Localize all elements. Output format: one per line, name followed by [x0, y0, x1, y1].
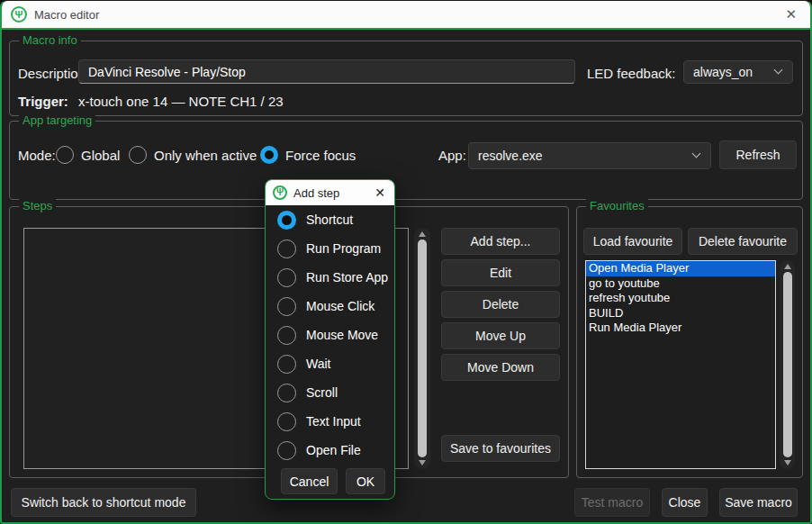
- led-feedback-select[interactable]: always_on: [683, 60, 793, 84]
- led-feedback-label: LED feedback:: [587, 66, 675, 81]
- switch-shortcut-mode-button[interactable]: Switch back to shortcut mode: [11, 488, 196, 517]
- add-step-dialog-title-bar: Ψ Add step ✕: [266, 180, 394, 205]
- app-select-value: resolve.exe: [478, 149, 543, 163]
- chevron-down-icon: [692, 149, 701, 158]
- macro-info-legend: Macro info: [19, 33, 81, 47]
- favourite-item[interactable]: BUILD: [586, 306, 775, 321]
- window-content: Macro info Description: LED feedback: al…: [2, 30, 810, 522]
- radio-scroll[interactable]: [277, 384, 296, 402]
- dialog-button-row: Cancel OK: [266, 465, 394, 494]
- test-macro-button: Test macro: [574, 488, 650, 517]
- radio-mouse-click[interactable]: [277, 297, 296, 316]
- scroll-up-icon[interactable]: [419, 231, 426, 237]
- option-mouse-move-label[interactable]: Mouse Move: [306, 328, 378, 342]
- option-run-program-label[interactable]: Run Program: [306, 241, 381, 256]
- option-scroll[interactable]: Scroll: [266, 378, 394, 407]
- window-close-icon[interactable]: ✕: [771, 6, 810, 23]
- option-run-program[interactable]: Run Program: [266, 234, 394, 263]
- description-input[interactable]: [78, 59, 575, 84]
- favourites-legend: Favourites: [586, 199, 648, 212]
- favourite-item[interactable]: refresh youtube: [586, 291, 775, 306]
- scroll-down-icon[interactable]: [784, 460, 791, 465]
- edit-step-button[interactable]: Edit: [441, 259, 560, 286]
- option-mouse-click[interactable]: Mouse Click: [266, 292, 394, 321]
- option-run-store-app-label[interactable]: Run Store App: [306, 270, 388, 285]
- option-run-store-app[interactable]: Run Store App: [266, 263, 394, 292]
- move-down-button[interactable]: Move Down: [441, 354, 560, 381]
- favourite-item[interactable]: Open Media Player: [586, 261, 775, 276]
- option-wait-label[interactable]: Wait: [306, 357, 330, 371]
- option-scroll-label[interactable]: Scroll: [306, 385, 338, 400]
- dialog-close-icon[interactable]: ✕: [374, 185, 385, 200]
- macro-editor-window: Ψ Macro editor ✕ Macro info Description:…: [0, 0, 812, 524]
- option-wait[interactable]: Wait: [266, 349, 394, 378]
- favourites-list[interactable]: Open Media Player go to youtube refresh …: [585, 260, 776, 469]
- radio-mouse-move[interactable]: [277, 326, 296, 345]
- favourite-item[interactable]: Run Media Player: [586, 321, 775, 336]
- title-bar: Ψ Macro editor ✕: [2, 1, 810, 30]
- scroll-up-icon[interactable]: [784, 264, 791, 269]
- led-feedback-value: always_on: [693, 65, 753, 79]
- add-step-dialog-title: Add step: [293, 186, 339, 200]
- scroll-down-icon[interactable]: [419, 460, 426, 465]
- trigger-value: x-touch one 14 — NOTE CH1 / 23: [78, 94, 284, 109]
- delete-favourite-button[interactable]: Delete favourite: [688, 228, 798, 255]
- move-up-button[interactable]: Move Up: [441, 322, 560, 349]
- ok-button[interactable]: OK: [346, 468, 385, 494]
- steps-legend: Steps: [19, 199, 56, 212]
- favourites-scrollbar[interactable]: [780, 260, 795, 469]
- radio-run-store-app[interactable]: [277, 268, 296, 287]
- save-to-favourites-button[interactable]: Save to favourites: [441, 435, 560, 462]
- app-targeting-legend: App targeting: [19, 113, 95, 127]
- trigger-label: Trigger:: [18, 94, 68, 109]
- steps-scrollbar[interactable]: [414, 228, 430, 469]
- radio-force-focus-label[interactable]: Force focus: [285, 148, 356, 163]
- option-text-input[interactable]: Text Input: [266, 407, 394, 436]
- load-favourite-button[interactable]: Load favourite: [583, 228, 682, 255]
- option-text-input-label[interactable]: Text Input: [306, 414, 361, 429]
- add-step-dialog: Ψ Add step ✕ Shortcut Run Program Run St…: [265, 179, 395, 500]
- cancel-button[interactable]: Cancel: [281, 468, 338, 494]
- radio-shortcut[interactable]: [277, 211, 296, 230]
- radio-open-file[interactable]: [277, 441, 296, 460]
- radio-wait[interactable]: [277, 355, 296, 374]
- favourite-item[interactable]: go to youtube: [586, 276, 775, 292]
- refresh-button[interactable]: Refresh: [719, 140, 797, 169]
- app-label: App:: [438, 148, 466, 163]
- option-mouse-move[interactable]: Mouse Move: [266, 321, 394, 349]
- mode-label: Mode:: [18, 148, 56, 163]
- app-select[interactable]: resolve.exe: [468, 142, 711, 169]
- scrollbar-thumb[interactable]: [783, 272, 792, 457]
- scrollbar-thumb[interactable]: [418, 239, 427, 457]
- close-button[interactable]: Close: [662, 488, 708, 517]
- save-macro-button[interactable]: Save macro: [719, 488, 798, 517]
- radio-global[interactable]: [56, 146, 74, 164]
- option-open-file[interactable]: Open File: [266, 436, 394, 465]
- chevron-down-icon: [774, 66, 783, 75]
- window-title: Macro editor: [34, 8, 99, 22]
- option-mouse-click-label[interactable]: Mouse Click: [306, 299, 374, 313]
- radio-only-when-active[interactable]: [129, 146, 147, 164]
- radio-run-program[interactable]: [277, 239, 296, 258]
- app-logo-icon: Ψ: [11, 6, 27, 23]
- radio-only-when-active-label[interactable]: Only when active: [154, 148, 257, 163]
- option-shortcut[interactable]: Shortcut: [266, 205, 394, 234]
- add-step-button[interactable]: Add step...: [441, 228, 560, 255]
- app-logo-icon: Ψ: [273, 185, 287, 200]
- radio-global-label[interactable]: Global: [81, 148, 120, 163]
- option-open-file-label[interactable]: Open File: [306, 443, 361, 457]
- delete-step-button[interactable]: Delete: [441, 291, 560, 318]
- option-shortcut-label[interactable]: Shortcut: [306, 212, 353, 227]
- radio-text-input[interactable]: [277, 412, 296, 431]
- radio-force-focus[interactable]: [260, 146, 278, 164]
